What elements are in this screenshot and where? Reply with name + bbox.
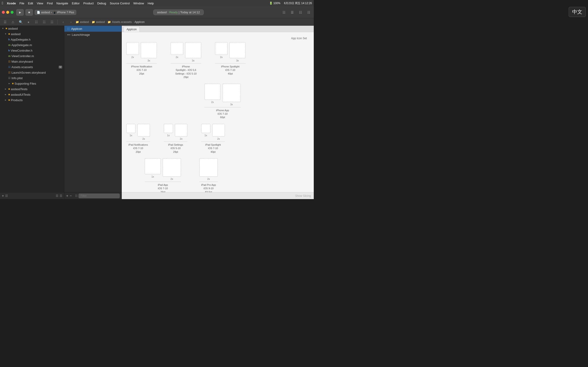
- icon-slot-notification-2x[interactable]: [126, 42, 139, 55]
- slot-ipad-app-1x[interactable]: 1x: [145, 158, 161, 180]
- icon-slot-ss-3x[interactable]: [185, 42, 201, 58]
- forward-button[interactable]: ›: [68, 19, 74, 25]
- icon-slot-ia-3x[interactable]: [222, 84, 241, 102]
- add-file-button[interactable]: +: [2, 194, 4, 198]
- asset-catalog-area: AppIcon App Icon Set 2x 3x: [122, 26, 314, 192]
- menu-debug[interactable]: Debug: [97, 2, 106, 5]
- sidebar-toggle[interactable]: ☰: [2, 19, 8, 25]
- icon-slot-ipro-2x[interactable]: [199, 158, 218, 177]
- icon-slot-iset-1x[interactable]: [164, 124, 173, 133]
- close-button[interactable]: [2, 11, 5, 14]
- menu-help[interactable]: Help: [148, 2, 154, 5]
- menu-source-control[interactable]: Source Control: [110, 2, 130, 5]
- menu-window[interactable]: Window: [133, 2, 144, 5]
- sidebar-item-products[interactable]: ► ■ Products: [0, 97, 64, 103]
- sidebar-item-asdasdtests[interactable]: ► ■ asdasdTests: [0, 86, 64, 92]
- list-toggle[interactable]: ☷: [41, 19, 47, 25]
- scale-label-ss-2x: 2x: [176, 56, 179, 58]
- sidebar-item-info-plist[interactable]: ☷ Info.plist: [0, 75, 64, 81]
- maximize-button[interactable]: [10, 11, 14, 14]
- scheme-selector[interactable]: 📄 asdasd › 📱 iPhone 7 Plus: [35, 10, 76, 15]
- debug-toggle[interactable]: ☷: [297, 9, 304, 16]
- filter-button[interactable]: ☷: [60, 194, 62, 198]
- slot-iphone-app-2x[interactable]: 2x: [204, 84, 221, 106]
- sidebar-item-assets[interactable]: ☷ Assets.xcassets M: [0, 64, 64, 70]
- icon-slot-is-2x[interactable]: [215, 42, 228, 55]
- sidebar-item-appdelegate-h[interactable]: h AppDelegate.h: [0, 37, 64, 42]
- breadcrumb-asdasd2[interactable]: asdasd: [96, 20, 105, 24]
- sidebar-item-supporting-files[interactable]: ► ■ Supporting Files: [0, 81, 64, 86]
- slot-ipad-settings-1x[interactable]: 1x: [164, 124, 173, 140]
- middle-panel-launchimage[interactable]: ●●● LaunchImage: [64, 32, 121, 38]
- layout-button[interactable]: ☷: [281, 9, 287, 16]
- icon-slot-in-1x[interactable]: [126, 124, 136, 133]
- slot-ipad-notif-2x[interactable]: 2x: [137, 124, 150, 140]
- menu-editor[interactable]: Editor: [72, 2, 80, 5]
- report-toggle[interactable]: ☷: [33, 19, 40, 25]
- slot-iphone-spotlight-3x[interactable]: 3x: [229, 42, 246, 62]
- sidebar-item-main-storyboard[interactable]: ☷ Main.storyboard: [0, 59, 64, 64]
- icon-slot-isp-2x[interactable]: [212, 124, 225, 136]
- back-button[interactable]: ‹: [60, 19, 66, 25]
- minimize-button[interactable]: [6, 11, 9, 14]
- slot-ipad-notif-1x[interactable]: 1x: [126, 124, 136, 140]
- editor-options-button[interactable]: ☷: [5, 194, 8, 198]
- sidebar-item-appdelegate-m[interactable]: m AppDelegate.m: [0, 42, 64, 48]
- slot-spotlight-settings-2x[interactable]: 2x: [171, 42, 183, 62]
- navigator-toggle[interactable]: ☰: [289, 9, 295, 16]
- icon-slot-iapp-2x[interactable]: [163, 158, 181, 177]
- slot-ipad-spotlight-1x[interactable]: 1x: [201, 124, 210, 140]
- slot-iphone-app-3x[interactable]: 3x: [222, 84, 241, 106]
- slot-notification-2x[interactable]: 2x: [126, 42, 139, 62]
- show-slicing-button[interactable]: Show Slicing: [295, 194, 311, 198]
- menu-find[interactable]: Find: [47, 2, 52, 5]
- slot-ipad-spotlight-2x[interactable]: 2x: [212, 124, 225, 140]
- sidebar-item-asdasd-root[interactable]: ▼ ■ asdasd: [0, 26, 64, 31]
- sidebar-item-asdasd-inner[interactable]: ▼ ■ asdasd: [0, 31, 64, 37]
- icon-slot-iapp-1x[interactable]: [145, 158, 161, 174]
- slot-spotlight-settings-3x[interactable]: 3x: [185, 42, 201, 62]
- view-options-button[interactable]: ☷: [56, 194, 58, 198]
- filter-input[interactable]: [78, 194, 120, 198]
- menu-edit[interactable]: Edit: [28, 2, 33, 5]
- breadcrumb-assets[interactable]: Assets.xcassets: [112, 20, 132, 24]
- appicon-tab[interactable]: AppIcon: [124, 27, 140, 32]
- icon-slot-iset-2x[interactable]: [175, 124, 187, 136]
- slot-iphone-spotlight-2x[interactable]: 2x: [215, 42, 228, 62]
- sidebar-item-launchscreen[interactable]: ☷ LaunchScreen.storyboard: [0, 70, 64, 75]
- menu-file[interactable]: File: [19, 2, 24, 5]
- app-name[interactable]: Xcode: [7, 2, 16, 5]
- search-toggle[interactable]: 🔍: [17, 19, 24, 25]
- icon-slot-in-2x[interactable]: [137, 124, 150, 136]
- hierarchy-toggle[interactable]: ☷: [49, 19, 55, 25]
- stop-button[interactable]: ■: [26, 9, 33, 16]
- breadcrumb-asdasd1[interactable]: asdasd: [80, 20, 89, 24]
- sidebar-item-viewcontroller-h[interactable]: h ViewController.h: [0, 48, 64, 53]
- slot-ipad-pro-2x[interactable]: 2x: [199, 158, 218, 180]
- sidebar-item-asdasduitests[interactable]: ► ■ asdasdUITests: [0, 92, 64, 97]
- middle-panel: ☷ AppIcon ●●● LaunchImage: [64, 26, 122, 192]
- slot-notification-3x[interactable]: 3x: [141, 42, 157, 62]
- menu-product[interactable]: Product: [83, 2, 94, 5]
- slot-ipad-app-2x[interactable]: 2x: [163, 158, 181, 180]
- slot-ipad-settings-2x[interactable]: 2x: [175, 124, 187, 140]
- scale-label-is-2x: 2x: [220, 56, 223, 58]
- middle-panel-appicon[interactable]: ☷ AppIcon: [64, 26, 121, 32]
- add-asset-button[interactable]: +: [66, 194, 68, 198]
- breadcrumb-appicon[interactable]: AppIcon: [134, 20, 145, 24]
- icon-slot-isp-1x[interactable]: [201, 124, 210, 133]
- icon-slot-ss-2x[interactable]: [171, 42, 183, 55]
- remove-asset-button[interactable]: −: [69, 194, 72, 198]
- issues-toggle[interactable]: ⚠: [10, 19, 16, 25]
- menu-view[interactable]: View: [37, 2, 43, 5]
- apple-menu[interactable]: : [2, 1, 3, 5]
- sidebar-item-viewcontroller-m[interactable]: m ViewController.m: [0, 53, 64, 59]
- inspector-toggle[interactable]: ☷: [305, 9, 312, 16]
- menu-navigate[interactable]: Navigate: [56, 2, 68, 5]
- is-divider: [215, 63, 246, 65]
- icon-slot-notification-3x[interactable]: [141, 42, 157, 58]
- icon-slot-is-3x[interactable]: [229, 42, 246, 58]
- breakpoints-toggle[interactable]: ●: [25, 19, 32, 25]
- icon-slot-ia-2x[interactable]: [204, 84, 221, 100]
- run-button[interactable]: ▶: [16, 9, 24, 16]
